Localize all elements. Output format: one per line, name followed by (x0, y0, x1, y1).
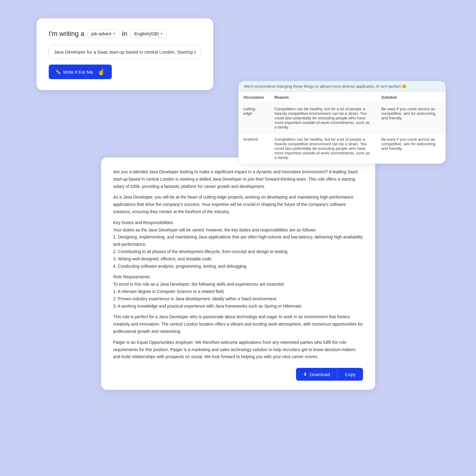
diversity-warning-card: We'd recommend changing these things to … (238, 81, 446, 164)
cursor-icon: ☝ (97, 68, 105, 76)
solution-cell: Be wary if you come across as competitiv… (376, 133, 446, 164)
generated-content-card: Are you a talented Java Developer lookin… (101, 157, 375, 390)
doc-type-chevron-icon: ▾ (113, 32, 115, 36)
diversity-table: Occurance Reason Solution cutting-edgeCo… (238, 92, 446, 164)
writing-prompt-card: I'm writing a job advert ▾ in English(GB… (37, 18, 213, 90)
occurrence-cell: cutting-edge (238, 103, 270, 133)
download-icon: ⬇ (303, 372, 307, 377)
copy-button[interactable]: Copy (337, 368, 363, 381)
download-button[interactable]: ⬇ Download (296, 368, 337, 381)
download-label: Download (310, 372, 330, 377)
diversity-banner: We'd recommend changing these things to … (238, 81, 446, 92)
language-chevron-icon: ▾ (161, 32, 163, 36)
generated-paragraph: Paiger is an Equal Opportunities employe… (113, 339, 363, 361)
job-description-input[interactable] (49, 45, 201, 59)
writing-label: I'm writing a (49, 30, 84, 38)
col-header-occurrence: Occurance (238, 92, 270, 103)
action-row: ⬇ Download Copy (113, 368, 363, 381)
generated-paragraph: As a Java Developer, you will be at the … (113, 194, 363, 215)
generated-paragraph: Key Duties and Responsibilities: Your du… (113, 219, 363, 270)
table-row: cutting-edgeCompetition can be healthy, … (238, 103, 446, 133)
reason-cell: Competition can be healthy, but for a lo… (270, 103, 376, 133)
solution-cell: Be wary if you come across as competitiv… (376, 103, 446, 133)
generated-paragraph: This role is perfect for a Java Develope… (113, 313, 363, 335)
copy-label: Copy (345, 372, 355, 377)
occurrence-cell: forefront (238, 133, 270, 164)
generated-text-area: Are you a talented Java Developer lookin… (113, 168, 363, 361)
prompt-row: I'm writing a job advert ▾ in English(GB… (49, 29, 201, 38)
language-label: English(GB) (134, 31, 159, 36)
language-dropdown[interactable]: English(GB) ▾ (130, 29, 167, 38)
table-row: forefrontCompetition can be healthy, but… (238, 133, 446, 164)
generated-paragraph: Role Requirements: To excel in this role… (113, 273, 363, 310)
generated-paragraph: Are you a talented Java Developer lookin… (113, 168, 363, 190)
write-for-me-button[interactable]: ✏️ Write It For Me ☝ (49, 65, 112, 79)
write-button-label: Write It For Me (63, 69, 93, 75)
col-header-solution: Solution (376, 92, 446, 103)
diversity-banner-text: We'd recommend changing these things to … (244, 84, 407, 89)
reason-cell: Competition can be healthy, but for a lo… (270, 133, 376, 164)
col-header-reason: Reason (270, 92, 376, 103)
doc-type-label: job advert (91, 31, 111, 36)
doc-type-dropdown[interactable]: job advert ▾ (87, 29, 119, 38)
in-label: in (122, 30, 127, 38)
pencil-icon: ✏️ (55, 69, 61, 74)
